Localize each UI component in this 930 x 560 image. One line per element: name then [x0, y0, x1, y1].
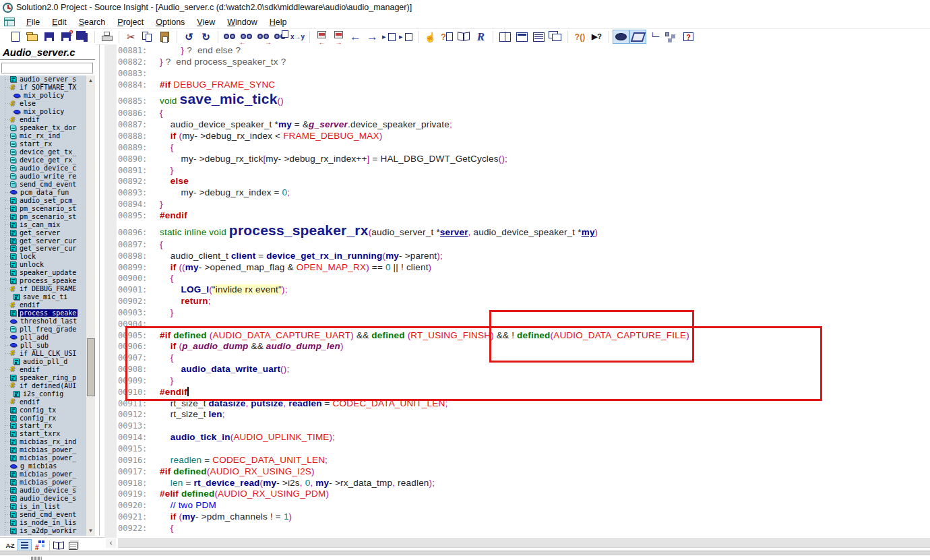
nav-circle-icon[interactable] — [613, 30, 629, 44]
find-prev-icon[interactable] — [239, 30, 255, 44]
replace-fwd-icon[interactable] — [330, 30, 347, 44]
menu-project[interactable]: Project — [111, 16, 150, 28]
help-win-icon[interactable] — [680, 30, 697, 44]
symbol-item-g_micbias[interactable]: g_micbias — [0, 462, 95, 470]
symbol-item-config_tx[interactable]: config_tx — [0, 406, 95, 414]
symbol-item-start_rx[interactable]: start_rx — [0, 422, 95, 430]
replace-back-icon[interactable] — [313, 30, 330, 44]
symbol-item-mix_policy[interactable]: mix_policy — [0, 108, 95, 116]
layout-icon[interactable] — [663, 30, 680, 44]
code-line-00891[interactable]: 00891: } — [118, 165, 930, 177]
pane-splitter[interactable] — [99, 44, 100, 536]
browse-book-icon[interactable] — [456, 30, 472, 44]
code-line-00921[interactable]: 00921: if (my- >pdm_channels ! = 1) — [118, 511, 930, 523]
code-line-00884[interactable]: 00884:#if DEBUG_FRAME_SYNC — [118, 80, 930, 91]
symbol-item-start_txrx[interactable]: start_txrx — [0, 430, 95, 438]
undo-icon[interactable] — [181, 30, 197, 44]
code-line-00885[interactable]: 00885:void save_mic_tick() — [118, 90, 930, 108]
code-line-00895[interactable]: 00895:#endif — [118, 210, 930, 222]
code-editor[interactable]: 00881: } ? end else ?00882:} ? end proce… — [104, 44, 930, 538]
code-line-00915[interactable]: 00915: — [118, 443, 930, 455]
code-line-00922[interactable]: 00922: { — [118, 523, 930, 534]
symbol-item-audio_device_s[interactable]: audio_device_s — [0, 487, 95, 495]
menu-edit[interactable]: Edit — [46, 16, 73, 28]
code-line-00919[interactable]: 00919:#elif defined(AUDIO_RX_USING_PDM) — [118, 489, 930, 500]
menu-view[interactable]: View — [191, 16, 221, 28]
code-line-00892[interactable]: 00892: else — [118, 176, 930, 187]
context-help-icon[interactable] — [439, 30, 456, 44]
symbol-item-send_cmd_event[interactable]: send_cmd_event — [0, 510, 95, 518]
code-line-00883[interactable]: 00883: — [118, 68, 930, 80]
tip-fn-icon[interactable] — [571, 30, 588, 44]
scrollbar-thumb[interactable] — [87, 338, 95, 396]
code-line-00888[interactable]: 00888: if (my- >debug_rx_index < FRAME_D… — [118, 131, 930, 142]
win-split-icon[interactable] — [530, 30, 547, 44]
code-line-00910[interactable]: 00910:#endif — [118, 387, 930, 398]
print-icon[interactable] — [98, 30, 115, 44]
menu-file[interactable]: File — [20, 16, 46, 28]
paste-icon[interactable] — [156, 30, 173, 44]
symbol-item-if-defined-AUI[interactable]: #if defined(AUI — [0, 381, 95, 390]
symbol-item-endif[interactable]: #endif — [0, 116, 95, 124]
code-line-00900[interactable]: 00900: { — [118, 273, 930, 284]
save-all-icon[interactable] — [74, 30, 91, 44]
code-line-00912[interactable]: 00912: rt_size_t len; — [118, 409, 930, 421]
symbol-item-unlock[interactable]: unlock — [0, 261, 95, 269]
symbol-item-if-DEBUG_FRAME[interactable]: #if DEBUG_FRAME — [0, 285, 95, 293]
code-line-00907[interactable]: 00907: { — [118, 352, 930, 364]
symbol-item-get_server_cur[interactable]: get_server_cur — [0, 237, 95, 245]
code-line-00905[interactable]: 00905:#if defined (AUDIO_DATA_CAPTURE_UA… — [118, 330, 930, 342]
new-file-icon[interactable] — [7, 30, 24, 44]
enter-block-icon[interactable] — [381, 30, 398, 44]
code-line-00898[interactable]: 00898: audio_client_t client = device_ge… — [118, 251, 930, 262]
horizontal-scrollbar[interactable]: ‹ — [106, 537, 930, 549]
call-tree-icon[interactable] — [646, 30, 663, 44]
code-line-00894[interactable]: 00894:} — [118, 199, 930, 210]
relation-r-icon[interactable] — [472, 30, 489, 44]
code-line-00887[interactable]: 00887: audio_device_speaker_t *my = &g_s… — [118, 119, 930, 131]
menu-search[interactable]: Search — [73, 16, 112, 28]
code-line-00896[interactable]: 00896:static inline void process_speaker… — [118, 222, 930, 239]
symbol-item-process_speake[interactable]: process_speake — [0, 277, 95, 285]
symbol-item-process_speake[interactable]: process_speake — [0, 309, 95, 317]
code-line-00908[interactable]: 00908: audio_data_write_uart(); — [118, 364, 930, 375]
find-icon[interactable] — [222, 30, 239, 44]
code-line-00911[interactable]: 00911: rt_size_t datasize, putsize, read… — [118, 398, 930, 410]
symbol-item-pll_add[interactable]: pll_add — [0, 334, 95, 342]
redo-icon[interactable] — [197, 30, 214, 44]
code-line-00906[interactable]: 00906: if (p_audio_dump && audio_dump_le… — [118, 341, 930, 352]
region-icon[interactable] — [629, 30, 646, 44]
menu-help[interactable]: Help — [264, 16, 293, 28]
symbol-item-micbias_power_[interactable]: micbias_power_ — [0, 478, 95, 487]
nav-back-icon[interactable] — [347, 30, 364, 44]
code-line-00902[interactable]: 00902: return; — [118, 296, 930, 307]
symbol-item-device_get_rx_[interactable]: device_get_rx_ — [0, 156, 95, 164]
document-window-icon[interactable] — [4, 18, 15, 26]
symbol-item-is_node_in_lis[interactable]: is_node_in_lis — [0, 518, 95, 526]
replace-xy-icon[interactable] — [289, 30, 306, 44]
symbol-item-config_rx[interactable]: config_rx — [0, 414, 95, 422]
symbol-item-audio_device_s[interactable]: audio_device_s — [0, 495, 95, 503]
symbol-item-get_server_cur[interactable]: get_server_cur — [0, 245, 95, 253]
symbol-item-audio_device_c[interactable]: audio_device_c — [0, 164, 95, 172]
code-line-00914[interactable]: 00914: audio_tick_in(AUDIO_UPLINK_TIME); — [118, 432, 930, 443]
symbol-item-micbias_power_[interactable]: micbias_power_ — [0, 470, 95, 478]
symbol-item-save_mic_ti[interactable]: save_mic_ti — [0, 293, 95, 301]
symbol-item-pcm_data_fun[interactable]: pcm_data_fun — [0, 188, 95, 196]
code-line-00916[interactable]: 00916: readlen = CODEC_DATA_UNIT_LEN; — [118, 455, 930, 466]
symbol-item-lock[interactable]: lock — [0, 253, 95, 261]
jump-hand-icon[interactable] — [422, 30, 439, 44]
code-line-00909[interactable]: 00909: } — [118, 375, 930, 387]
code-line-00889[interactable]: 00889: { — [118, 142, 930, 154]
symbol-item-if-SOFTWARE_TX[interactable]: #if SOFTWARE_TX — [0, 84, 95, 92]
what-help-icon[interactable] — [588, 30, 605, 44]
win-one-icon[interactable] — [514, 30, 530, 44]
symbol-item-send_cmd_event[interactable]: send_cmd_event — [0, 180, 95, 188]
copy-icon[interactable] — [140, 30, 156, 44]
menu-window[interactable]: Window — [221, 16, 263, 28]
symbol-item-endif[interactable]: #endif — [0, 301, 95, 309]
symbol-item-micbias_rx_ind[interactable]: micbias_rx_ind — [0, 438, 95, 446]
symbol-item-mic_rx_ind[interactable]: mic_rx_ind — [0, 132, 95, 140]
symbol-item-is_a2dp_workir[interactable]: is_a2dp_workir — [0, 526, 95, 534]
exit-block-icon[interactable] — [398, 30, 414, 44]
